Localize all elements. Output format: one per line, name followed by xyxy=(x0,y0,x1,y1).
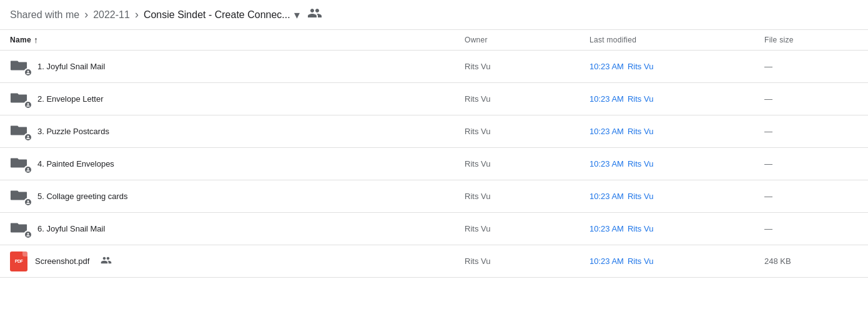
table-header: Name ↑ Owner Last modified File size xyxy=(0,30,868,51)
file-name: 1. Joyful Snail Mail xyxy=(37,62,105,71)
folder-icon xyxy=(10,220,30,238)
filesize-cell: 248 KB xyxy=(764,256,858,266)
modified-cell: 10:23 AM Rits Vu xyxy=(589,127,764,136)
modified-time: 10:23 AM xyxy=(589,159,624,168)
breadcrumb-dropdown-icon[interactable]: ▾ xyxy=(294,8,300,22)
modified-time: 10:23 AM xyxy=(589,224,624,233)
file-name: 6. Joyful Snail Mail xyxy=(37,224,105,233)
modified-cell: 10:23 AM Rits Vu xyxy=(589,159,764,168)
column-header-file-size[interactable]: File size xyxy=(764,36,858,44)
file-name: 2. Envelope Letter xyxy=(37,94,104,104)
modified-time: 10:23 AM xyxy=(589,127,624,136)
breadcrumb-current-folder: Consie Sindet - Create Connec... ▾ xyxy=(144,8,300,22)
modified-time: 10:23 AM xyxy=(589,94,624,104)
filesize-cell: — xyxy=(764,224,858,233)
owner-cell: Rits Vu xyxy=(465,192,589,201)
folder-icon xyxy=(10,90,30,108)
column-header-last-modified[interactable]: Last modified xyxy=(589,36,764,44)
modified-time: 10:23 AM xyxy=(589,192,624,201)
column-header-name[interactable]: Name ↑ xyxy=(10,35,465,45)
modified-cell: 10:23 AM Rits Vu xyxy=(589,94,764,104)
breadcrumb-current-label: Consie Sindet - Create Connec... xyxy=(144,9,290,21)
owner-cell: Rits Vu xyxy=(465,224,589,233)
modified-user: Rits Vu xyxy=(628,127,653,136)
file-shared-icon xyxy=(101,255,112,268)
filesize-cell: — xyxy=(764,94,858,104)
column-header-owner[interactable]: Owner xyxy=(465,36,589,44)
table-row[interactable]: 2. Envelope Letter Rits Vu 10:23 AM Rits… xyxy=(0,83,868,115)
owner-cell: Rits Vu xyxy=(465,256,589,266)
table-row[interactable]: PDF Screenshot.pdf Rits Vu 10:23 AM Rits… xyxy=(0,245,868,278)
file-name-cell: 1. Joyful Snail Mail xyxy=(10,58,465,76)
modified-user: Rits Vu xyxy=(628,159,653,168)
file-name-cell: PDF Screenshot.pdf xyxy=(10,251,465,271)
modified-time: 10:23 AM xyxy=(589,256,624,266)
breadcrumb: Shared with me › 2022-11 › Consie Sindet… xyxy=(0,0,868,30)
breadcrumb-separator-1: › xyxy=(84,8,88,21)
folder-person-badge xyxy=(24,68,32,77)
file-name-cell: 6. Joyful Snail Mail xyxy=(10,220,465,238)
table-row[interactable]: 4. Painted Envelopes Rits Vu 10:23 AM Ri… xyxy=(0,148,868,180)
sort-icon: ↑ xyxy=(34,35,38,45)
table-row[interactable]: 6. Joyful Snail Mail Rits Vu 10:23 AM Ri… xyxy=(0,213,868,245)
folder-person-badge xyxy=(24,165,32,174)
modified-user: Rits Vu xyxy=(628,94,653,104)
file-table: Name ↑ Owner Last modified File size 1. … xyxy=(0,30,868,278)
shared-icon xyxy=(101,255,112,266)
table-row[interactable]: 5. Collage greeting cards Rits Vu 10:23 … xyxy=(0,180,868,213)
file-name: Screenshot.pdf xyxy=(35,256,89,266)
file-name: 3. Puzzle Postcards xyxy=(37,127,109,136)
owner-cell: Rits Vu xyxy=(465,159,589,168)
modified-cell: 10:23 AM Rits Vu xyxy=(589,224,764,233)
folder-icon xyxy=(10,188,30,205)
filesize-cell: — xyxy=(764,159,858,168)
breadcrumb-2022-11[interactable]: 2022-11 xyxy=(93,9,130,21)
table-row[interactable]: 1. Joyful Snail Mail Rits Vu 10:23 AM Ri… xyxy=(0,51,868,83)
breadcrumb-people-icon[interactable] xyxy=(307,6,322,24)
pdf-icon: PDF xyxy=(10,251,27,271)
modified-user: Rits Vu xyxy=(628,62,653,71)
folder-person-badge xyxy=(24,100,32,109)
folder-icon xyxy=(10,58,30,76)
filesize-cell: — xyxy=(764,62,858,71)
filesize-cell: — xyxy=(764,127,858,136)
modified-user: Rits Vu xyxy=(628,224,653,233)
modified-time: 10:23 AM xyxy=(589,62,624,71)
modified-cell: 10:23 AM Rits Vu xyxy=(589,62,764,71)
table-body: 1. Joyful Snail Mail Rits Vu 10:23 AM Ri… xyxy=(0,51,868,278)
owner-cell: Rits Vu xyxy=(465,127,589,136)
file-name-cell: 4. Painted Envelopes xyxy=(10,155,465,173)
table-row[interactable]: 3. Puzzle Postcards Rits Vu 10:23 AM Rit… xyxy=(0,115,868,148)
filesize-cell: — xyxy=(764,192,858,201)
owner-cell: Rits Vu xyxy=(465,94,589,104)
modified-cell: 10:23 AM Rits Vu xyxy=(589,192,764,201)
file-name-cell: 5. Collage greeting cards xyxy=(10,188,465,205)
file-name: 4. Painted Envelopes xyxy=(37,159,114,168)
breadcrumb-shared-with-me[interactable]: Shared with me xyxy=(10,9,79,21)
file-name-cell: 2. Envelope Letter xyxy=(10,90,465,108)
modified-cell: 10:23 AM Rits Vu xyxy=(589,256,764,266)
folder-person-badge xyxy=(24,198,32,207)
breadcrumb-separator-2: › xyxy=(135,8,139,21)
folder-person-badge xyxy=(24,133,32,142)
modified-user: Rits Vu xyxy=(628,192,653,201)
file-name: 5. Collage greeting cards xyxy=(37,192,128,201)
modified-user: Rits Vu xyxy=(628,256,653,266)
folder-icon xyxy=(10,123,30,140)
owner-cell: Rits Vu xyxy=(465,62,589,71)
folder-person-badge xyxy=(24,230,32,239)
file-name-cell: 3. Puzzle Postcards xyxy=(10,123,465,140)
folder-icon xyxy=(10,155,30,173)
